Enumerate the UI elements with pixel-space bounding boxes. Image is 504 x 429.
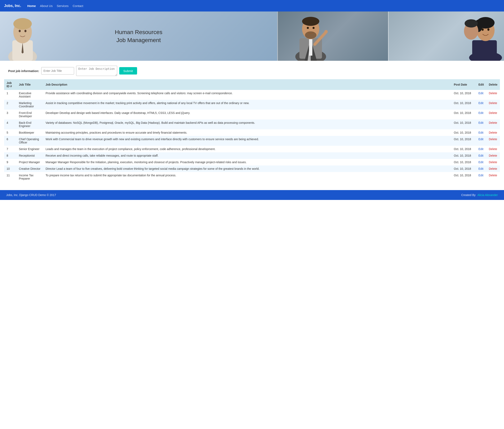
table-row: 10 Creative Director Director Lead a tea… xyxy=(4,165,500,172)
col-header-id: Job ID # xyxy=(4,79,17,90)
cell-desc: To prepare income tax returns and to sub… xyxy=(43,172,451,182)
table-row: 11 Income Tax Preparer To prepare income… xyxy=(4,172,500,182)
table-row: 5 Bookkeeper Maintaining accounting prin… xyxy=(4,129,500,136)
delete-link[interactable]: Delete xyxy=(489,131,497,134)
submit-button[interactable]: Submit xyxy=(119,67,137,74)
svg-point-18 xyxy=(324,30,328,33)
hero-text: Human Resources Job Management xyxy=(0,28,277,44)
cell-id: 5 xyxy=(4,129,17,136)
cell-edit: Edit xyxy=(476,110,486,119)
cell-date: Oct. 10, 2018 xyxy=(451,100,476,110)
cell-date: Oct. 10, 2018 xyxy=(451,110,476,119)
edit-link[interactable]: Edit xyxy=(478,154,484,157)
hero-divider-1 xyxy=(277,11,278,61)
cell-title: Front-End Developer xyxy=(17,110,43,119)
job-desc-input[interactable] xyxy=(76,66,117,76)
footer-right: Created By Alicia Alexander xyxy=(461,193,498,197)
delete-link[interactable]: Delete xyxy=(489,154,497,157)
table-header-row: Job ID # Job Title Job Description Post … xyxy=(4,79,500,90)
edit-link[interactable]: Edit xyxy=(478,101,484,105)
cell-id: 8 xyxy=(4,152,17,159)
hero-divider-2 xyxy=(388,11,389,61)
cell-edit: Edit xyxy=(476,159,486,165)
cell-date: Oct. 10, 2018 xyxy=(451,119,476,129)
delete-link[interactable]: Delete xyxy=(489,167,497,170)
post-job-form: Post job information: Submit xyxy=(0,61,504,79)
svg-point-15 xyxy=(307,27,309,29)
cell-edit: Edit xyxy=(476,119,486,129)
cell-desc: Work with Commercial team to drive reven… xyxy=(43,136,451,146)
brand-logo: Jobs, Inc. xyxy=(4,4,21,8)
cell-title: Project Manager xyxy=(17,159,43,165)
table-row: 1 Executive Assistant Provide assistance… xyxy=(4,90,500,100)
delete-link[interactable]: Delete xyxy=(489,121,497,124)
col-header-title: Job Title xyxy=(17,79,43,90)
cell-title: Receptionist xyxy=(17,152,43,159)
nav-home[interactable]: Home xyxy=(27,4,36,8)
cell-title: Back-End Engineer xyxy=(17,119,43,129)
edit-link[interactable]: Edit xyxy=(478,121,484,124)
table-row: 9 Project Manager Manager Manager Respon… xyxy=(4,159,500,165)
edit-link[interactable]: Edit xyxy=(478,91,484,95)
cell-id: 9 xyxy=(4,159,17,165)
cell-id: 11 xyxy=(4,172,17,182)
cell-delete: Delete xyxy=(486,90,500,100)
delete-link[interactable]: Delete xyxy=(489,91,497,95)
hero-person-2 xyxy=(292,14,329,61)
job-title-input[interactable] xyxy=(41,67,74,74)
cell-desc: Assist in tracking competitive movement … xyxy=(43,100,451,110)
cell-date: Oct. 10, 2018 xyxy=(451,165,476,172)
cell-edit: Edit xyxy=(476,90,486,100)
cell-title: Income Tax Preparer xyxy=(17,172,43,182)
cell-title: Marketing Coordinator xyxy=(17,100,43,110)
cell-edit: Edit xyxy=(476,129,486,136)
svg-rect-20 xyxy=(472,40,497,60)
cell-title: Bookkeeper xyxy=(17,129,43,136)
edit-link[interactable]: Edit xyxy=(478,167,484,170)
delete-link[interactable]: Delete xyxy=(489,137,497,141)
cell-desc: Developer Develop and design web based i… xyxy=(43,110,451,119)
nav-contact[interactable]: Contact xyxy=(73,4,83,8)
cell-edit: Edit xyxy=(476,172,486,182)
cell-date: Oct. 10, 2018 xyxy=(451,146,476,152)
cell-title: Chief Operating Officer xyxy=(17,136,43,146)
cell-date: Oct. 10, 2018 xyxy=(451,90,476,100)
nav-services[interactable]: Services xyxy=(57,4,69,8)
col-header-edit: Edit xyxy=(476,79,486,90)
col-header-date: Post Date xyxy=(451,79,476,90)
delete-link[interactable]: Delete xyxy=(489,147,497,151)
svg-point-25 xyxy=(487,28,489,31)
cell-desc: Receive and direct incoming calls, take … xyxy=(43,152,451,159)
cell-date: Oct. 10, 2018 xyxy=(451,159,476,165)
cell-edit: Edit xyxy=(476,146,486,152)
edit-link[interactable]: Edit xyxy=(478,111,484,115)
cell-desc: Variety of databases: NoSQL (MongoDB), P… xyxy=(43,119,451,129)
edit-link[interactable]: Edit xyxy=(478,161,484,164)
cell-delete: Delete xyxy=(486,152,500,159)
cell-desc: Maintaining accounting principles, pract… xyxy=(43,129,451,136)
cell-title: Executive Assistant xyxy=(17,90,43,100)
table-row: 8 Receptionist Receive and direct incomi… xyxy=(4,152,500,159)
delete-link[interactable]: Delete xyxy=(489,161,497,164)
cell-edit: Edit xyxy=(476,100,486,110)
footer-left: Jobs, Inc. Django CRUD Demo © 2017 xyxy=(6,193,56,197)
post-job-label: Post job information: xyxy=(8,69,39,73)
cell-id: 10 xyxy=(4,165,17,172)
edit-link[interactable]: Edit xyxy=(478,131,484,134)
cell-delete: Delete xyxy=(486,165,500,172)
nav-about[interactable]: About Us xyxy=(40,4,53,8)
edit-link[interactable]: Edit xyxy=(478,137,484,141)
hero-title: Human Resources Job Management xyxy=(0,28,277,44)
svg-point-13 xyxy=(302,17,319,26)
footer-author-link[interactable]: Alicia Alexander xyxy=(477,193,498,197)
edit-link[interactable]: Edit xyxy=(478,174,484,177)
edit-link[interactable]: Edit xyxy=(478,147,484,151)
cell-delete: Delete xyxy=(486,136,500,146)
cell-delete: Delete xyxy=(486,100,500,110)
cell-delete: Delete xyxy=(486,119,500,129)
delete-link[interactable]: Delete xyxy=(489,101,497,105)
delete-link[interactable]: Delete xyxy=(489,111,497,115)
cell-delete: Delete xyxy=(486,172,500,182)
delete-link[interactable]: Delete xyxy=(489,174,497,177)
cell-desc: Provide assistance with coordinating div… xyxy=(43,90,451,100)
